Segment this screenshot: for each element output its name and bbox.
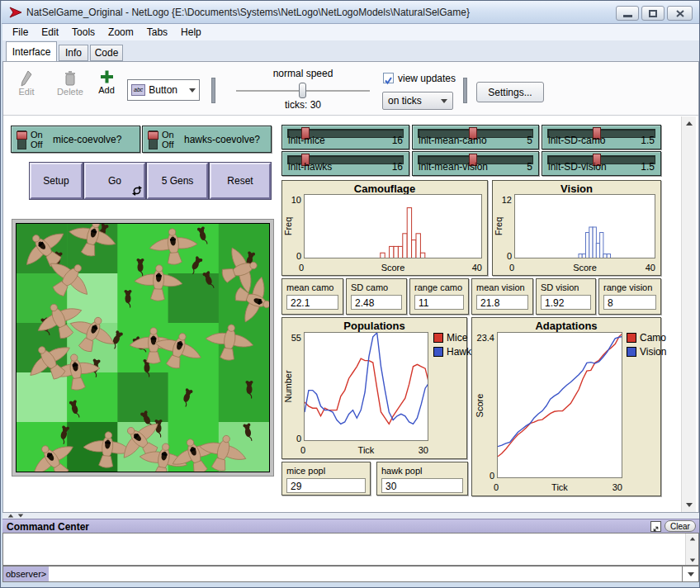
command-center-title: Command Center bbox=[7, 521, 89, 533]
edit-tool-button[interactable]: Edit bbox=[12, 70, 41, 97]
x-axis-label: Tick bbox=[304, 445, 428, 455]
splitter-up-icon[interactable] bbox=[8, 514, 13, 518]
minimize-button[interactable] bbox=[616, 6, 639, 21]
view-updates-label: view updates bbox=[398, 73, 456, 84]
monitor-range-vision: range vision 8 bbox=[598, 278, 661, 315]
observer-prompt: observer> bbox=[3, 567, 49, 581]
menu-edit[interactable]: Edit bbox=[35, 25, 65, 40]
five-gens-button[interactable]: 5 Gens bbox=[147, 163, 208, 199]
slider-init-hawks[interactable]: init-hawks 16 bbox=[281, 151, 409, 176]
menu-help[interactable]: Help bbox=[174, 25, 208, 40]
delete-tool-button[interactable]: Delete bbox=[52, 70, 88, 97]
menu-zoom[interactable]: Zoom bbox=[102, 25, 140, 40]
speed-slider-label: normal speed bbox=[226, 68, 380, 79]
slider-init-mice[interactable]: init-mice 16 bbox=[281, 125, 409, 149]
slider-init-sd-camo[interactable]: init-SD-camo 1.5 bbox=[542, 125, 661, 149]
setup-button[interactable]: Setup bbox=[30, 163, 83, 199]
scroll-down-button[interactable] bbox=[686, 555, 698, 565]
slider-value: 5 bbox=[527, 135, 532, 146]
camouflage-histogram bbox=[304, 194, 482, 258]
switch-mice-coevolve[interactable]: On Off mice-coevolve? bbox=[11, 126, 140, 153]
menu-tabs[interactable]: Tabs bbox=[140, 25, 174, 40]
view-updates-checkbox[interactable] bbox=[383, 73, 394, 83]
legend-entry: Vision bbox=[627, 346, 666, 358]
slider-init-mean-vision[interactable]: init-mean-vision 5 bbox=[412, 151, 539, 176]
tab-info[interactable]: Info bbox=[59, 45, 88, 61]
chevron-down-icon bbox=[441, 99, 447, 103]
world-view-frame bbox=[12, 219, 274, 477]
trash-icon bbox=[64, 70, 76, 87]
interface-vertical-scrollbar[interactable] bbox=[681, 116, 696, 512]
plot-title: Vision bbox=[493, 183, 660, 195]
update-mode-value: on ticks bbox=[388, 95, 422, 107]
switch-knob[interactable] bbox=[148, 131, 158, 140]
chevron-down-icon bbox=[189, 88, 196, 92]
y-axis-label: Score bbox=[475, 386, 485, 425]
slider-value: 1.5 bbox=[641, 161, 655, 173]
monitor-mean-vision: mean vision 21.8 bbox=[471, 278, 533, 315]
widget-type-value: Button bbox=[149, 84, 177, 96]
y-axis-label: Freq bbox=[494, 203, 504, 249]
tab-code[interactable]: Code bbox=[90, 45, 123, 61]
command-center-splitter[interactable] bbox=[2, 513, 699, 519]
arrow-down-icon bbox=[686, 503, 693, 507]
update-mode-dropdown[interactable]: on ticks bbox=[382, 92, 453, 110]
speed-slider-thumb[interactable] bbox=[299, 83, 306, 98]
output-scrollbar[interactable] bbox=[685, 533, 698, 565]
scroll-up-button[interactable] bbox=[682, 116, 696, 130]
menu-tools[interactable]: Tools bbox=[65, 25, 102, 40]
slider-init-mean-camo[interactable]: init-mean-camo 5 bbox=[412, 125, 539, 149]
forever-icon bbox=[132, 186, 142, 196]
plot-adaptations: Adaptations 23.4 0 Score CamoVision 0 Ti… bbox=[471, 317, 661, 496]
expand-command-center-button[interactable] bbox=[650, 521, 661, 532]
switch-label: hawks-coevolve? bbox=[184, 134, 260, 145]
legend-label: Camo bbox=[640, 332, 666, 344]
legend-label: Mice bbox=[447, 332, 467, 344]
slider-value: 16 bbox=[392, 135, 403, 146]
maximize-button[interactable] bbox=[641, 6, 665, 21]
plus-icon bbox=[100, 69, 114, 85]
toolbar-separator bbox=[463, 78, 467, 103]
tab-strip: Interface Info Code bbox=[2, 40, 699, 61]
settings-button[interactable]: Settings... bbox=[476, 82, 544, 102]
close-button[interactable] bbox=[667, 6, 693, 21]
ticks-counter: ticks: 30 bbox=[226, 99, 380, 111]
pencil-icon bbox=[21, 70, 32, 87]
monitor-range-camo: range camo 11 bbox=[409, 278, 469, 315]
legend-entry: Camo bbox=[627, 332, 666, 344]
x-axis-label: Tick bbox=[497, 482, 622, 492]
menu-bar: File Edit Tools Zoom Tabs Help bbox=[2, 24, 699, 40]
minimize-icon bbox=[623, 15, 632, 17]
interface-toolbar: Edit Delete Add abc Button normal speed … bbox=[3, 62, 698, 116]
scroll-up-button[interactable] bbox=[686, 533, 698, 543]
add-tool-button[interactable]: Add bbox=[92, 69, 121, 95]
world-view[interactable] bbox=[16, 223, 270, 472]
reset-button[interactable]: Reset bbox=[210, 163, 271, 199]
widget-type-dropdown[interactable]: abc Button bbox=[127, 79, 200, 101]
monitor-sd-camo: SD camo 2.48 bbox=[346, 278, 407, 315]
clear-button[interactable]: Clear bbox=[665, 520, 696, 532]
switch-knob[interactable] bbox=[17, 131, 27, 140]
plot-populations: Populations 55 0 Number MiceHawks 0 Tick… bbox=[281, 317, 467, 459]
menu-file[interactable]: File bbox=[6, 25, 35, 40]
adaptations-chart bbox=[497, 332, 622, 478]
switch-toggle[interactable] bbox=[17, 130, 26, 149]
netlogo-app-icon bbox=[9, 7, 22, 18]
tab-interface[interactable]: Interface bbox=[6, 41, 57, 61]
slider-init-sd-vision[interactable]: init-SD-vision 1.5 bbox=[542, 151, 661, 176]
plot-title: Camouflage bbox=[282, 183, 487, 195]
splitter-down-icon[interactable] bbox=[18, 514, 23, 518]
legend-label: Vision bbox=[640, 346, 666, 358]
slider-value: 1.5 bbox=[641, 135, 655, 146]
close-icon bbox=[676, 10, 684, 17]
netlogo-window: NatSelGame_Original - NetLogo {E:\Docume… bbox=[0, 0, 700, 588]
monitor-mice-popl: mice popl 29 bbox=[281, 462, 371, 496]
command-input[interactable] bbox=[49, 567, 680, 581]
go-button[interactable]: Go bbox=[84, 163, 145, 199]
switch-hawks-coevolve[interactable]: On Off hawks-coevolve? bbox=[142, 126, 272, 153]
command-history-button[interactable] bbox=[682, 567, 698, 581]
switch-toggle[interactable] bbox=[149, 130, 158, 149]
title-bar[interactable]: NatSelGame_Original - NetLogo {E:\Docume… bbox=[2, 1, 699, 24]
command-center-output[interactable] bbox=[2, 533, 699, 566]
scroll-down-button[interactable] bbox=[682, 498, 696, 512]
